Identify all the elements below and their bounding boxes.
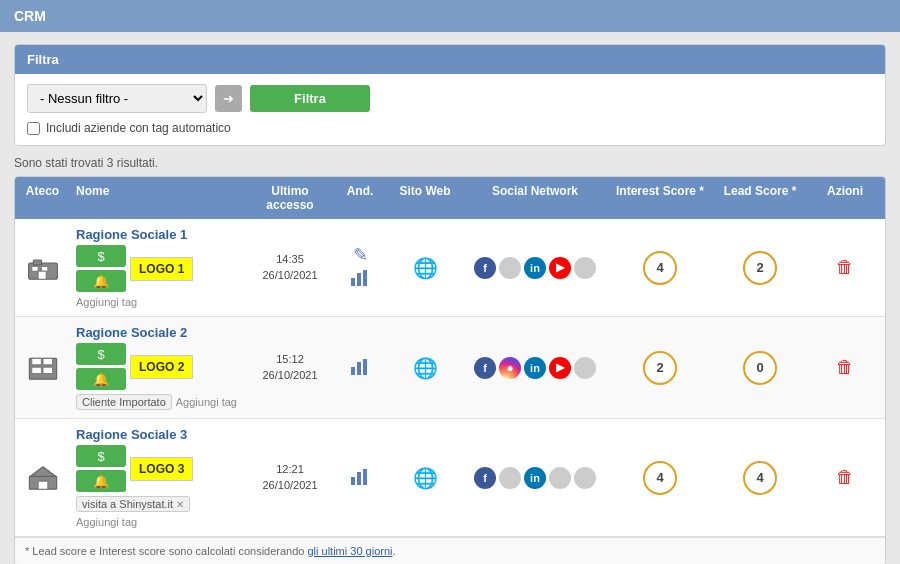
delete-button-3[interactable]: 🗑 — [836, 467, 854, 488]
analytics-col-2 — [335, 347, 385, 388]
tag-cliente-importato: Cliente Importato — [76, 394, 172, 410]
filter-arrow-button[interactable]: ➔ — [215, 85, 242, 112]
ateco-icon-3 — [25, 463, 61, 493]
twitter-icon-3[interactable] — [499, 467, 521, 489]
company-name-2[interactable]: Ragione Sociale 2 — [76, 325, 239, 340]
bell-button-2[interactable]: 🔔 — [76, 368, 126, 390]
tag-row-1: $ 🔔 LOGO 1 Aggiungi tag — [76, 245, 239, 308]
tag-close-icon[interactable]: ✕ — [176, 499, 184, 510]
linkedin-icon-3[interactable]: in — [524, 467, 546, 489]
youtube-icon-2[interactable]: ▶ — [549, 357, 571, 379]
interest-score-col-2: 2 — [605, 343, 715, 393]
linkedin-icon-2[interactable]: in — [524, 357, 546, 379]
svg-rect-2 — [31, 266, 37, 271]
results-count: Sono stati trovati 3 risultati. — [14, 156, 886, 170]
social-col-2: f ● in ▶ — [465, 349, 605, 387]
app-title: CRM — [14, 8, 46, 24]
bar-chart-icon-1[interactable] — [349, 266, 371, 288]
th-interest-score: Interest Score * — [605, 177, 715, 219]
th-nome: Nome — [70, 177, 245, 219]
name-col-3: Ragione Sociale 3 $ 🔔 LOGO 3 visita a Sh… — [70, 419, 245, 536]
bell-button-1[interactable]: 🔔 — [76, 270, 126, 292]
bell-button-3[interactable]: 🔔 — [76, 470, 126, 492]
access-time-col-2: 15:1226/10/2021 — [245, 344, 335, 391]
linkedin-icon-1[interactable]: in — [524, 257, 546, 279]
footnote-link[interactable]: gli ultimi 30 giorni — [308, 545, 393, 557]
tag-row-2: $ 🔔 LOGO 2 Cliente Importato Aggiungi ta… — [76, 343, 239, 410]
svg-rect-19 — [351, 477, 355, 485]
lead-score-col-1: 2 — [715, 243, 805, 293]
action-btns-inline-2: $ 🔔 — [76, 343, 126, 390]
gplus-icon-3b[interactable] — [574, 467, 596, 489]
ateco-icon-1 — [25, 253, 61, 283]
filter-header: Filtra — [15, 45, 885, 74]
table-row: Ragione Sociale 1 $ 🔔 LOGO 1 Aggiungi ta… — [15, 219, 885, 317]
svg-rect-5 — [351, 278, 355, 286]
youtube-icon-1[interactable]: ▶ — [549, 257, 571, 279]
th-social-network: Social Network — [465, 177, 605, 219]
dollar-button-1[interactable]: $ — [76, 245, 126, 267]
filter-select[interactable]: - Nessun filtro - — [27, 84, 207, 113]
filter-button[interactable]: Filtra — [250, 85, 370, 112]
footnote-text: * Lead score e Interest score sono calco… — [25, 545, 308, 557]
add-tag-2[interactable]: Aggiungi tag — [176, 396, 237, 408]
lead-score-3: 4 — [743, 461, 777, 495]
access-time-1: 14:3526/10/2021 — [251, 252, 329, 283]
svg-marker-17 — [30, 466, 56, 476]
svg-rect-3 — [41, 266, 47, 271]
analytics-icon-1[interactable]: ✎ — [353, 245, 368, 265]
ateco-icon-col-3 — [15, 455, 70, 501]
th-sito-web: Sito Web — [385, 177, 465, 219]
lead-score-2: 0 — [743, 351, 777, 385]
table-header-row: Ateco Nome Ultimo accesso And. Sito Web … — [15, 177, 885, 219]
filter-section: Filtra - Nessun filtro - ➔ Filtra Includ… — [14, 44, 886, 146]
facebook-icon-3[interactable]: f — [474, 467, 496, 489]
bar-chart-icon-3[interactable] — [349, 465, 371, 487]
analytics-col-3 — [335, 457, 385, 498]
table-row: Ragione Sociale 3 $ 🔔 LOGO 3 visita a Sh… — [15, 419, 885, 537]
actions-col-1: 🗑 — [805, 249, 885, 286]
globe-icon-3[interactable]: 🌐 — [413, 467, 438, 489]
interest-score-3: 4 — [643, 461, 677, 495]
delete-button-2[interactable]: 🗑 — [836, 357, 854, 378]
results-table: Ateco Nome Ultimo accesso And. Sito Web … — [14, 176, 886, 564]
actions-col-2: 🗑 — [805, 349, 885, 386]
dollar-button-2[interactable]: $ — [76, 343, 126, 365]
add-tag-1[interactable]: Aggiungi tag — [76, 296, 137, 308]
twitter-icon-1[interactable] — [499, 257, 521, 279]
filter-body: - Nessun filtro - ➔ Filtra Includi azien… — [15, 74, 885, 145]
globe-icon-1[interactable]: 🌐 — [413, 257, 438, 279]
website-col-2: 🌐 — [385, 348, 465, 388]
main-content: Filtra - Nessun filtro - ➔ Filtra Includ… — [0, 32, 900, 564]
instagram-icon-2[interactable]: ● — [499, 357, 521, 379]
company-name-1[interactable]: Ragione Sociale 1 — [76, 227, 239, 242]
facebook-icon-2[interactable]: f — [474, 357, 496, 379]
dollar-button-3[interactable]: $ — [76, 445, 126, 467]
website-col-3: 🌐 — [385, 458, 465, 498]
interest-score-2: 2 — [643, 351, 677, 385]
ateco-icon-col-2 — [15, 345, 70, 391]
th-and: And. — [335, 177, 385, 219]
gplus-icon-2[interactable] — [574, 357, 596, 379]
lead-score-col-2: 0 — [715, 343, 805, 393]
globe-icon-2[interactable]: 🌐 — [413, 357, 438, 379]
svg-rect-14 — [357, 362, 361, 375]
include-auto-tags-checkbox[interactable] — [27, 122, 40, 135]
company-name-3[interactable]: Ragione Sociale 3 — [76, 427, 239, 442]
gplus-icon-1[interactable] — [574, 257, 596, 279]
interest-score-1: 4 — [643, 251, 677, 285]
checkbox-row: Includi aziende con tag automatico — [27, 121, 873, 135]
social-col-3: f in — [465, 459, 605, 497]
name-col-1: Ragione Sociale 1 $ 🔔 LOGO 1 Aggiungi ta… — [70, 219, 245, 316]
facebook-icon-1[interactable]: f — [474, 257, 496, 279]
actions-col-3: 🗑 — [805, 459, 885, 496]
access-time-2: 15:1226/10/2021 — [251, 352, 329, 383]
add-tag-3[interactable]: Aggiungi tag — [76, 516, 137, 528]
ateco-icon-2 — [25, 353, 61, 383]
delete-button-1[interactable]: 🗑 — [836, 257, 854, 278]
bar-chart-icon-2[interactable] — [349, 355, 371, 377]
svg-rect-20 — [357, 472, 361, 485]
name-col-2: Ragione Sociale 2 $ 🔔 LOGO 2 Cliente Imp… — [70, 317, 245, 418]
interest-score-col-3: 4 — [605, 453, 715, 503]
gplus-icon-3a[interactable] — [549, 467, 571, 489]
